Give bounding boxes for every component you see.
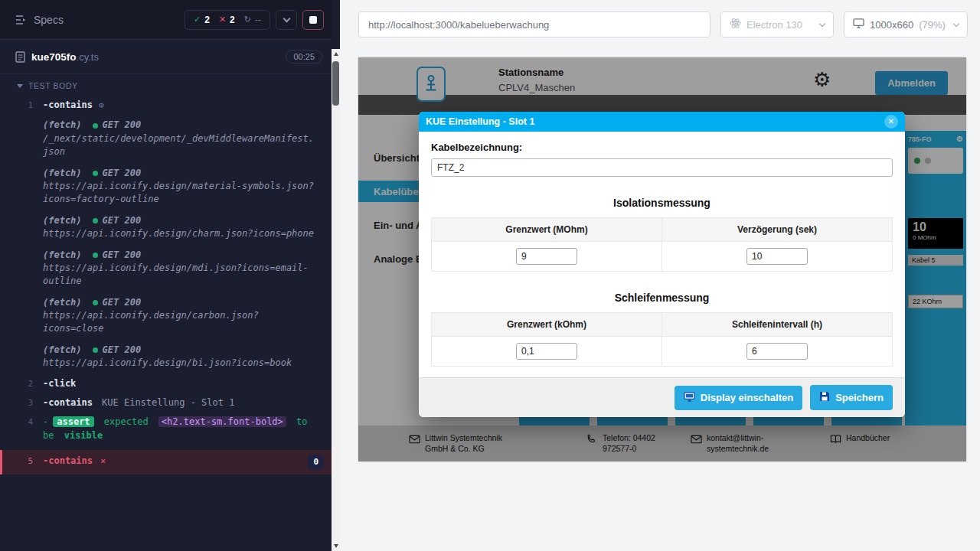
app-under-test: Stationsname CPLV4_Maschen ⚙ Abmelden Üb…: [358, 57, 966, 461]
assert-dash: -: [43, 416, 48, 427]
fetch-url: https://api.iconify.design/charm.json?ic…: [43, 227, 317, 240]
fetch-status: GET 200: [103, 119, 142, 132]
stop-button[interactable]: [302, 10, 324, 30]
kue-settings-modal: KUE Einstellung - Slot 1 ✕ Kabelbezeichn…: [419, 112, 905, 417]
display-icon: [684, 392, 695, 404]
assert-expected-value: visible: [64, 430, 103, 441]
command-name: -click: [43, 378, 76, 389]
fetch-url: https://api.iconify.design/mdi.json?icon…: [43, 262, 317, 289]
test-stats: ✓2 ✕2 ↻--: [185, 10, 270, 30]
fetch-status: GET 200: [103, 167, 142, 180]
log-fetch-row[interactable]: (fetch)GET 200 https://api.iconify.desig…: [0, 292, 332, 340]
viewport-zoom: (79%): [919, 19, 946, 31]
spec-timer: 00:25: [286, 50, 322, 64]
collapse-button[interactable]: [276, 10, 297, 30]
scrollbar-thumb[interactable]: [332, 61, 339, 106]
log-fetch-row[interactable]: (fetch)GET 200 https://api.iconify.desig…: [0, 210, 332, 245]
pending-stat: ↻--: [244, 15, 261, 25]
pending-count: --: [255, 15, 261, 25]
log-fetch-row[interactable]: (fetch)GET 200 /_next/static/development…: [0, 115, 332, 162]
fetch-label: (fetch): [43, 214, 82, 227]
specs-label[interactable]: Specs: [34, 14, 64, 26]
fetch-status: GET 200: [103, 249, 142, 262]
iso-limit-input[interactable]: [516, 248, 577, 265]
step-number: 2: [0, 377, 43, 390]
loop-section-title: Schleifenmessung: [431, 292, 893, 304]
log-step-contains-2[interactable]: 3 -containsKUE Einstellung - Slot 1: [0, 393, 332, 412]
column-header: Grenzwert (kOhm): [432, 313, 662, 337]
gear-icon: ⚙: [99, 100, 104, 110]
loop-table: Grenzwert (kOhm) Schleifenintervall (h): [431, 312, 893, 367]
status-dot-icon: [93, 171, 98, 176]
log-fetch-row[interactable]: (fetch)GET 200 https://api.iconify.desig…: [0, 340, 332, 374]
display-on-label: Display einschalten: [701, 392, 793, 403]
stop-icon: [309, 16, 317, 24]
log-step-contains-1[interactable]: 1 -contains⚙: [0, 96, 332, 115]
log-step-contains-failed[interactable]: 5 -contains✕ 0: [0, 450, 332, 474]
electron-icon: [730, 18, 741, 31]
fetch-url: https://api.iconify.design/bi.json?icons…: [43, 357, 317, 370]
passed-count: 2: [204, 15, 210, 25]
cross-icon: ✕: [219, 15, 226, 24]
browser-select[interactable]: Electron 130: [720, 11, 834, 37]
iso-delay-input[interactable]: [746, 248, 808, 265]
log-step-click[interactable]: 2 -click: [0, 374, 332, 393]
status-dot-icon: [93, 347, 98, 353]
step-number: 5: [2, 455, 43, 468]
loop-interval-input[interactable]: [746, 343, 808, 360]
loop-limit-input[interactable]: [516, 343, 577, 360]
cable-name-label: Kabelbezeichnung:: [431, 142, 893, 153]
chevron-down-icon: [953, 20, 959, 26]
assert-text: to: [296, 416, 307, 427]
spec-file-row[interactable]: kue705fo.cy.ts 00:25: [0, 40, 332, 74]
fail-cross-icon: ✕: [100, 455, 106, 466]
assert-text: be: [43, 430, 54, 441]
specs-list-icon[interactable]: [15, 15, 28, 25]
reporter-controls: ✓2 ✕2 ↻--: [185, 10, 324, 30]
isolation-table: Grenzwert (MOhm) Verzögerung (sek): [431, 217, 893, 272]
command-name: -contains: [43, 99, 93, 110]
log-step-assert[interactable]: 4 -assert expected <h2.text-sm.font-bold…: [0, 412, 332, 445]
status-dot-icon: [93, 218, 98, 223]
fetch-label: (fetch): [43, 119, 82, 132]
match-count-badge: 0: [308, 455, 324, 470]
command-argument: KUE Einstellung - Slot 1: [102, 397, 234, 408]
runner-topbar: Electron 130 1000x660 (79%): [340, 0, 980, 49]
assert-chip: assert: [53, 416, 93, 427]
refresh-icon: ↻: [244, 15, 251, 24]
log-fetch-row[interactable]: (fetch)GET 200 https://api.iconify.desig…: [0, 245, 332, 292]
save-icon: [819, 391, 830, 404]
scroll-up-button[interactable]: [332, 49, 340, 59]
close-icon[interactable]: ✕: [884, 115, 898, 129]
scroll-down-button[interactable]: [332, 541, 340, 551]
assert-text: expected: [104, 416, 149, 427]
passed-stat: ✓2: [194, 15, 210, 25]
fetch-url: https://api.iconify.design/carbon.json?i…: [43, 309, 317, 336]
aut-stage: Electron 130 1000x660 (79%) Stationsname…: [340, 0, 980, 551]
test-body-toggle[interactable]: TEST BODY: [0, 74, 332, 96]
modal-header: KUE Einstellung - Slot 1 ✕: [419, 112, 905, 132]
fetch-status: GET 200: [103, 214, 142, 227]
status-dot-icon: [93, 253, 98, 258]
viewport-select[interactable]: 1000x660 (79%): [844, 11, 968, 37]
cypress-reporter: Specs ✓2 ✕2 ↻-- kue705fo.cy.ts 00:25 TES…: [0, 0, 332, 551]
cable-name-input[interactable]: [431, 158, 893, 177]
fetch-label: (fetch): [43, 249, 82, 262]
failed-stat: ✕2: [219, 15, 235, 25]
fetch-label: (fetch): [43, 344, 82, 357]
fetch-label: (fetch): [43, 296, 82, 309]
save-button[interactable]: Speichern: [810, 385, 893, 410]
log-fetch-row[interactable]: (fetch)GET 200 https://api.iconify.desig…: [0, 163, 332, 210]
chevron-down-icon: [17, 84, 23, 88]
step-number: 3: [0, 396, 43, 409]
step-number: 1: [0, 99, 43, 112]
fetch-status: GET 200: [103, 296, 142, 309]
reporter-header: Specs ✓2 ✕2 ↻--: [0, 0, 332, 40]
modal-body: Kabelbezeichnung: Isolationsmessung Gren…: [419, 132, 905, 367]
url-input[interactable]: [358, 11, 710, 37]
arrow-down-icon: [334, 544, 338, 548]
display-on-button[interactable]: Display einschalten: [675, 386, 802, 410]
modal-footer: Display einschalten Speichern: [419, 377, 905, 417]
column-header: Verzögerung (sek): [662, 218, 893, 242]
spec-extension: .cy.ts: [77, 51, 99, 63]
